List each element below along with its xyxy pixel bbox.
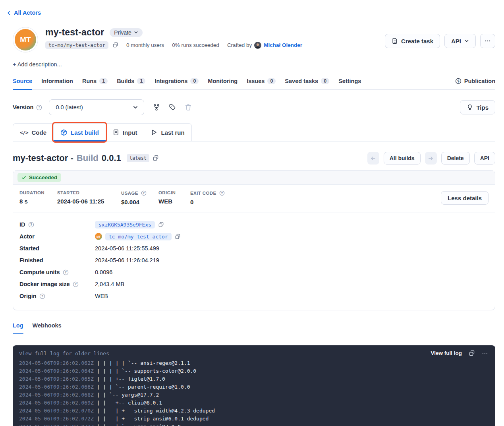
detail-row-started: Started 2024-05-06 11:25:55.499: [19, 242, 489, 254]
tab-issues[interactable]: Issues0: [247, 75, 276, 89]
build-heading-row: my-test-actor - Build 0.0.1 latest All b…: [13, 152, 495, 165]
help-icon[interactable]: ?: [219, 190, 225, 196]
tab-integrations[interactable]: Integrations0: [154, 75, 199, 89]
tab-log[interactable]: Log: [13, 319, 23, 334]
ellipsis-icon: [485, 38, 491, 44]
tab-monitoring[interactable]: Monitoring: [208, 75, 238, 89]
api-dropdown-button[interactable]: API: [444, 34, 476, 48]
more-actions-button[interactable]: [480, 34, 495, 48]
tab-label: Builds: [117, 78, 134, 84]
stat-label: DURATION: [19, 190, 57, 195]
subtab-last-build[interactable]: Last build: [53, 124, 106, 141]
tab-runs[interactable]: Runs1: [82, 75, 108, 89]
stat-label: EXIT CODE: [190, 191, 216, 196]
add-description-link[interactable]: + Add description...: [13, 61, 62, 68]
actor-link-pill[interactable]: tc-mo/my-test-actor: [105, 233, 172, 240]
tag-icon[interactable]: [169, 104, 176, 111]
subtab-code[interactable]: </> Code: [13, 124, 53, 141]
version-bar: Version ? 0.0 (latest) Tips: [13, 99, 495, 115]
copy-log-icon[interactable]: [469, 350, 475, 356]
help-icon[interactable]: ?: [63, 269, 69, 275]
git-branch-icon[interactable]: [153, 104, 160, 111]
svg-text:?: ?: [75, 283, 77, 286]
tab-settings[interactable]: Settings: [338, 75, 361, 89]
author-avatar: [254, 42, 261, 49]
chevron-down-icon: [134, 30, 138, 35]
version-select[interactable]: 0.0 (latest): [49, 99, 144, 115]
tab-information[interactable]: Information: [41, 75, 73, 89]
tab-publication[interactable]: $ Publication: [455, 75, 495, 89]
build-id-pill[interactable]: sxzKGK5A93Se9FExs: [95, 221, 155, 228]
log-line: 2024-05-06T09:26:02.068Z | | `-- yargs@1…: [19, 391, 489, 399]
detail-label: Started: [19, 245, 39, 252]
svg-text:?: ?: [41, 294, 43, 298]
code-icon: </>: [20, 130, 28, 136]
log-more-icon[interactable]: [482, 350, 488, 356]
copy-id-icon[interactable]: [158, 222, 164, 228]
help-icon[interactable]: ?: [73, 281, 79, 287]
lightbulb-icon: [467, 104, 473, 110]
help-icon[interactable]: ?: [39, 293, 45, 299]
svg-text:?: ?: [39, 106, 40, 109]
subtab-last-run[interactable]: Last run: [144, 124, 191, 141]
help-icon[interactable]: ?: [28, 222, 34, 228]
help-icon[interactable]: ?: [141, 190, 147, 196]
view-older-lines-link[interactable]: View full log for older lines: [19, 350, 109, 358]
detail-label: Origin: [19, 293, 37, 299]
api-label: API: [480, 155, 489, 161]
delete-build-button[interactable]: Delete: [441, 152, 470, 165]
svg-text:?: ?: [143, 192, 145, 195]
build-api-button[interactable]: API: [474, 152, 495, 165]
breadcrumb-all-actors[interactable]: All Actors: [6, 10, 41, 16]
trash-icon: [185, 104, 192, 111]
tab-saved-tasks[interactable]: Saved tasks0: [285, 75, 329, 89]
all-builds-button[interactable]: All builds: [384, 152, 421, 165]
tab-label: Source: [13, 78, 32, 84]
svg-text:?: ?: [30, 223, 32, 227]
subtab-label: Last build: [71, 129, 99, 136]
copy-handle-icon[interactable]: [112, 42, 118, 48]
header-actions: Create task API: [385, 34, 495, 48]
arrow-right-icon: [428, 155, 434, 161]
stat-value: 0: [190, 199, 225, 205]
detail-value: 2,043.4 MB: [95, 281, 124, 287]
status-label: Succeeded: [29, 174, 57, 180]
tab-source[interactable]: Source: [13, 75, 32, 89]
build-title-actor: my-test-actor -: [13, 153, 73, 163]
terminal-toolbar: View full log: [431, 349, 488, 357]
build-title-version: 0.0.1: [102, 153, 121, 163]
visibility-dropdown[interactable]: Private: [110, 28, 143, 37]
tab-webhooks[interactable]: Webhooks: [33, 319, 62, 334]
tips-button[interactable]: Tips: [460, 100, 495, 114]
build-stats-row: DURATION 8 s STARTED 2024-05-06 11:25 US…: [13, 185, 495, 213]
log-line: 2024-05-06T09:26:02.064Z | | | | `-- sup…: [19, 367, 489, 375]
less-details-button[interactable]: Less details: [441, 191, 489, 205]
tab-label: Log: [13, 322, 23, 329]
actor-avatar: MT: [13, 27, 38, 52]
detail-label: Finished: [19, 257, 43, 263]
stat-started: STARTED 2024-05-06 11:25: [57, 190, 121, 205]
subtab-input[interactable]: Input: [106, 124, 144, 141]
copy-build-icon[interactable]: [153, 155, 159, 161]
page-title: my-test-actor: [45, 27, 104, 38]
author-link[interactable]: Michał Olender: [264, 42, 302, 48]
crafted-by: Crafted by Michał Olender: [227, 42, 302, 49]
dollar-circle-icon: $: [455, 78, 462, 84]
actor-head-text: my-test-actor Private tc-mo/my-test-acto…: [45, 27, 302, 49]
log-line: 2024-05-06T09:26:02.073Z | | | `-- wrap-…: [19, 423, 489, 426]
tab-builds[interactable]: Builds1: [117, 75, 145, 89]
copy-actor-icon[interactable]: [175, 234, 181, 240]
view-full-log-button[interactable]: View full log: [431, 349, 462, 357]
stat-value: WEB: [158, 198, 190, 205]
prev-build-button: [367, 152, 379, 165]
help-icon[interactable]: ?: [36, 105, 42, 110]
build-log-terminal: View full log for older lines 2024-05-06…: [13, 345, 495, 426]
tab-count-badge: 1: [137, 78, 145, 84]
detail-label: Compute units: [19, 269, 60, 275]
detail-row-finished: Finished 2024-05-06 11:26:04.219: [19, 254, 489, 266]
stat-value: 8 s: [19, 198, 57, 205]
create-task-button[interactable]: Create task: [385, 34, 440, 48]
actor-handle[interactable]: tc-mo/my-test-actor: [45, 41, 108, 49]
detail-value: WEB: [95, 293, 108, 299]
status-badge: Succeeded: [17, 173, 61, 182]
